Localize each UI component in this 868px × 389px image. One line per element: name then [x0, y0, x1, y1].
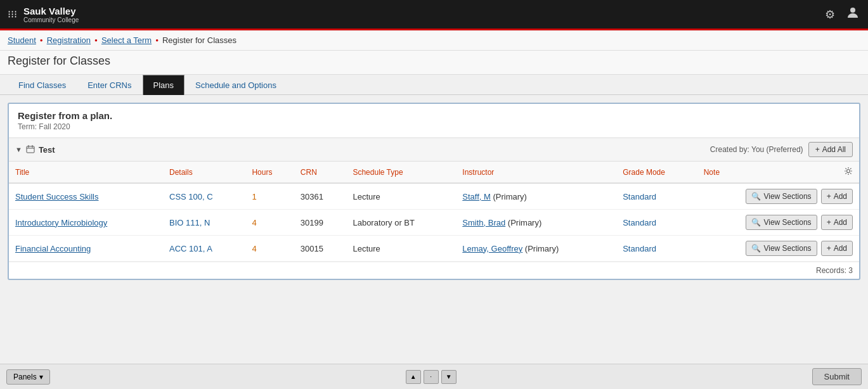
action-cell-3: 🔍 View Sections + Add: [739, 236, 859, 262]
table-row: Student Success Skills CSS 100, C 1 3036…: [9, 183, 859, 210]
plus-add-icon-1: +: [827, 192, 831, 201]
action-buttons-1: 🔍 View Sections + Add: [746, 189, 853, 204]
settings-icon[interactable]: ⚙: [825, 8, 835, 22]
course-title-link-1[interactable]: Student Success Skills: [15, 192, 99, 201]
note-cell-3: [697, 236, 740, 262]
breadcrumb-sep-2: ●: [94, 37, 98, 43]
plan-name-right: Created by: You (Preferred) + Add All: [710, 142, 853, 157]
col-header-title: Title: [9, 162, 163, 183]
details-cell-3: ACC 101, A: [163, 236, 245, 262]
plus-add-icon-3: +: [827, 244, 831, 253]
add-button-1[interactable]: + Add: [821, 189, 853, 204]
tabs-bar: Find Classes Enter CRNs Plans Schedule a…: [0, 75, 868, 95]
col-header-grade-mode: Grade Mode: [616, 162, 697, 183]
instructor-link-3[interactable]: Lemay, Geoffrey: [462, 244, 522, 253]
action-buttons-3: 🔍 View Sections + Add: [746, 241, 853, 256]
schedule-type-cell-2: Laboratory or BT: [346, 210, 456, 236]
header-right: ⚙: [825, 5, 860, 23]
schedule-type-cell-1: Lecture: [346, 183, 456, 210]
header-left: ⁝⁝⁝ Sauk Valley Community College: [8, 6, 79, 23]
breadcrumb-current: Register for Classes: [162, 35, 236, 45]
plan-name-row: ▼ Test Created by: You (Preferred) + Add…: [9, 137, 859, 162]
action-cell-2: 🔍 View Sections + Add: [739, 210, 859, 236]
details-cell-2: BIO 111, N: [163, 210, 245, 236]
tab-plans[interactable]: Plans: [143, 75, 185, 95]
view-sections-button-2[interactable]: 🔍 View Sections: [746, 215, 817, 230]
col-header-hours: Hours: [245, 162, 294, 183]
calendar-icon: [26, 144, 35, 155]
view-sections-button-1[interactable]: 🔍 View Sections: [746, 189, 817, 204]
plan-header: Register from a plan. Term: Fall 2020: [9, 104, 859, 137]
tab-enter-crns[interactable]: Enter CRNs: [77, 75, 142, 95]
table-row: Financial Accounting ACC 101, A 4 30015 …: [9, 236, 859, 262]
crn-cell-1: 30361: [294, 183, 347, 210]
instructor-cell-2: Smith, Brad (Primary): [456, 210, 616, 236]
breadcrumb-sep-1: ●: [40, 37, 43, 43]
view-sections-button-3[interactable]: 🔍 View Sections: [746, 241, 817, 256]
add-all-button[interactable]: + Add All: [808, 142, 853, 157]
add-button-2[interactable]: + Add: [821, 215, 853, 230]
grade-mode-cell-2: Standard: [616, 210, 697, 236]
breadcrumb-sep-3: ●: [155, 37, 159, 43]
breadcrumb-student[interactable]: Student: [8, 35, 36, 45]
instructor-cell-3: Lemay, Geoffrey (Primary): [456, 236, 616, 262]
course-title-cell: Introductory Microbiology: [9, 210, 163, 236]
table-header-row: Title Details Hours CRN Schedule Type In…: [9, 162, 859, 183]
records-row: Records: 3: [9, 262, 859, 279]
instructor-link-2[interactable]: Smith, Brad: [462, 218, 505, 227]
note-cell-1: [697, 183, 740, 210]
instructor-link-1[interactable]: Staff, M: [462, 192, 491, 201]
plan-name-text: Test: [39, 145, 55, 155]
hours-cell-1: 1: [245, 183, 294, 210]
col-header-instructor: Instructor: [456, 162, 616, 183]
plus-add-icon-2: +: [827, 218, 831, 227]
app-header: ⁝⁝⁝ Sauk Valley Community College ⚙: [0, 0, 868, 30]
tab-schedule-options[interactable]: Schedule and Options: [185, 75, 287, 95]
page-title: Register for Classes: [8, 54, 860, 68]
main-content: Register from a plan. Term: Fall 2020 ▼ …: [0, 95, 868, 288]
col-header-details: Details: [163, 162, 245, 183]
plan-term: Term: Fall 2020: [18, 122, 850, 131]
plan-box-title: Register from a plan.: [18, 110, 850, 121]
logo: Sauk Valley Community College: [23, 6, 79, 23]
course-title-link-2[interactable]: Introductory Microbiology: [15, 218, 107, 227]
breadcrumb-registration[interactable]: Registration: [47, 35, 91, 45]
logo-sub: Community College: [23, 16, 79, 23]
crn-cell-3: 30015: [294, 236, 347, 262]
course-title-cell: Financial Accounting: [9, 236, 163, 262]
plan-box: Register from a plan. Term: Fall 2020 ▼ …: [8, 103, 860, 280]
svg-point-5: [847, 170, 850, 173]
instructor-cell-1: Staff, M (Primary): [456, 183, 616, 210]
grade-mode-cell-3: Standard: [616, 236, 697, 262]
search-icon-2: 🔍: [751, 218, 761, 227]
grid-menu-icon[interactable]: ⁝⁝⁝: [8, 8, 17, 20]
table-row: Introductory Microbiology BIO 111, N 4 3…: [9, 210, 859, 236]
action-buttons-2: 🔍 View Sections + Add: [746, 215, 853, 230]
schedule-type-cell-3: Lecture: [346, 236, 456, 262]
svg-rect-1: [27, 146, 34, 153]
course-title-cell: Student Success Skills: [9, 183, 163, 210]
records-count: Records: 3: [816, 266, 853, 275]
course-title-link-3[interactable]: Financial Accounting: [15, 244, 91, 253]
logo-main: Sauk Valley: [23, 6, 76, 16]
add-button-3[interactable]: + Add: [821, 241, 853, 256]
plan-name-left: ▼ Test: [15, 144, 55, 155]
courses-table: Title Details Hours CRN Schedule Type In…: [9, 162, 859, 262]
col-header-crn: CRN: [294, 162, 347, 183]
hours-cell-2: 4: [245, 210, 294, 236]
col-header-schedule-type: Schedule Type: [346, 162, 456, 183]
tab-find-classes[interactable]: Find Classes: [8, 75, 77, 95]
details-cell-1: CSS 100, C: [163, 183, 245, 210]
collapse-chevron-icon[interactable]: ▼: [15, 146, 22, 153]
search-icon-3: 🔍: [751, 244, 761, 253]
user-icon[interactable]: [845, 5, 860, 23]
grade-mode-cell-1: Standard: [616, 183, 697, 210]
search-icon-1: 🔍: [751, 192, 761, 201]
breadcrumb-select-term[interactable]: Select a Term: [101, 35, 152, 45]
col-header-note: Note: [697, 162, 740, 183]
hours-cell-3: 4: [245, 236, 294, 262]
col-header-settings[interactable]: [739, 162, 859, 183]
action-cell-1: 🔍 View Sections + Add: [739, 183, 859, 210]
note-cell-2: [697, 210, 740, 236]
page-title-bar: Register for Classes: [0, 51, 868, 75]
